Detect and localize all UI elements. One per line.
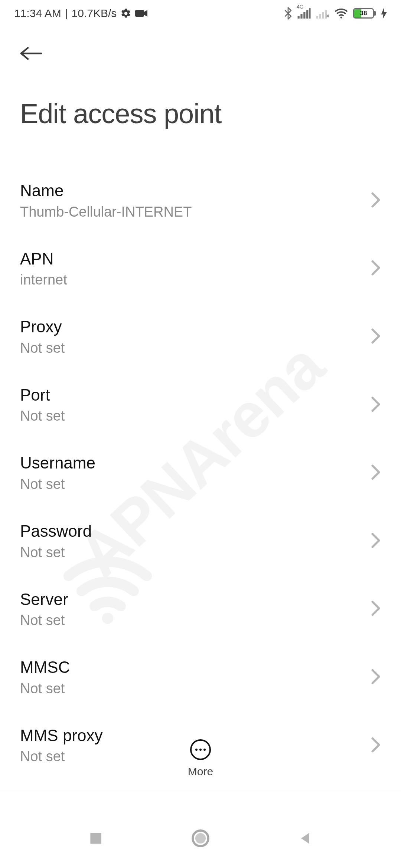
row-label: Port — [20, 386, 363, 405]
row-label: Username — [20, 454, 363, 473]
svg-point-11 — [340, 17, 342, 19]
chevron-right-icon — [371, 192, 381, 210]
row-label: Server — [20, 590, 363, 609]
row-value: Not set — [20, 408, 363, 424]
row-value: Thumb-Cellular-INTERNET — [20, 204, 363, 220]
status-net-speed: 10.7KB/s — [72, 7, 117, 20]
row-name[interactable]: Name Thumb-Cellular-INTERNET — [0, 167, 401, 235]
row-label: MMSC — [20, 658, 363, 677]
nav-recents-button[interactable] — [88, 830, 104, 846]
settings-list: Name Thumb-Cellular-INTERNET APN interne… — [0, 167, 401, 779]
svg-rect-8 — [319, 14, 321, 19]
row-value: internet — [20, 272, 363, 288]
svg-rect-4 — [303, 12, 305, 19]
svg-rect-3 — [300, 14, 302, 19]
back-button[interactable] — [20, 42, 42, 65]
row-label: Password — [20, 522, 363, 541]
row-apn[interactable]: APN internet — [0, 235, 401, 303]
bluetooth-icon — [284, 7, 292, 20]
svg-rect-1 — [135, 10, 144, 17]
gear-icon — [120, 8, 131, 19]
row-value: Not set — [20, 612, 363, 628]
chevron-right-icon — [371, 464, 381, 482]
svg-rect-2 — [298, 16, 300, 19]
row-label: APN — [20, 250, 363, 269]
row-value: Not set — [20, 681, 363, 697]
chevron-right-icon — [371, 260, 381, 277]
nav-home-button[interactable] — [190, 828, 211, 849]
row-port[interactable]: Port Not set — [0, 371, 401, 439]
status-sep: | — [65, 7, 68, 20]
row-server[interactable]: Server Not set — [0, 575, 401, 644]
system-nav-bar — [0, 809, 401, 868]
chevron-right-icon — [371, 532, 381, 550]
list-fade — [0, 716, 401, 727]
svg-rect-5 — [306, 10, 308, 19]
row-label: Name — [20, 181, 363, 200]
svg-point-15 — [195, 833, 206, 844]
battery-icon: 38 — [353, 8, 376, 19]
row-username[interactable]: Username Not set — [0, 439, 401, 507]
status-bar: 11:34 AM | 10.7KB/s 4G — [0, 0, 401, 27]
charging-icon — [381, 8, 387, 19]
chevron-right-icon — [371, 737, 381, 754]
row-value: Not set — [20, 476, 363, 492]
svg-rect-6 — [309, 8, 311, 19]
row-value: Not set — [20, 340, 363, 356]
row-mmsc[interactable]: MMSC Not set — [0, 643, 401, 711]
row-label: MMS proxy — [20, 726, 363, 745]
chevron-right-icon — [371, 600, 381, 618]
chevron-right-icon — [371, 396, 381, 414]
camera-icon — [135, 9, 148, 18]
chevron-right-icon — [371, 668, 381, 686]
svg-rect-13 — [90, 833, 101, 844]
wifi-icon — [335, 8, 348, 19]
row-value: Not set — [20, 749, 363, 765]
row-proxy[interactable]: Proxy Not set — [0, 303, 401, 371]
chevron-right-icon — [371, 328, 381, 346]
status-time: 11:34 AM — [14, 7, 61, 20]
row-value: Not set — [20, 545, 363, 560]
cellular-4g-icon: 4G — [297, 8, 311, 19]
cellular-nosim-icon — [316, 8, 329, 19]
svg-rect-7 — [316, 16, 318, 19]
row-label: Proxy — [20, 318, 363, 336]
row-password[interactable]: Password Not set — [0, 507, 401, 575]
nav-back-button[interactable] — [297, 830, 313, 846]
svg-rect-9 — [322, 12, 324, 19]
page-title: Edit access point — [20, 98, 381, 129]
